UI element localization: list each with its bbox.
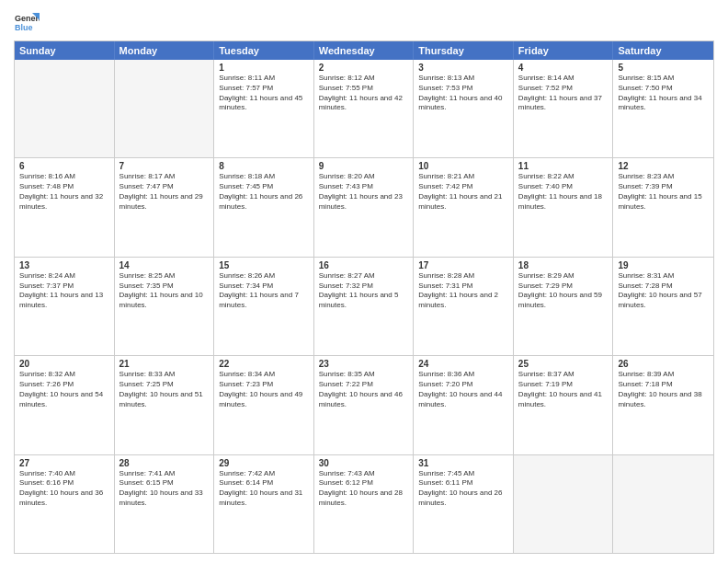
cal-cell: 31Sunrise: 7:45 AM Sunset: 6:11 PM Dayli…	[414, 455, 514, 553]
day-number: 24	[418, 359, 508, 369]
week-row-1: 6Sunrise: 8:16 AM Sunset: 7:48 PM Daylig…	[15, 157, 713, 256]
cal-cell: 3Sunrise: 8:13 AM Sunset: 7:53 PM Daylig…	[414, 60, 514, 157]
day-number: 13	[19, 260, 109, 270]
page: General Blue SundayMondayTuesdayWednesda…	[0, 0, 728, 563]
header-day-sunday: Sunday	[15, 41, 115, 60]
cal-cell	[514, 455, 614, 553]
header-day-friday: Friday	[514, 41, 614, 60]
cal-cell: 1Sunrise: 8:11 AM Sunset: 7:57 PM Daylig…	[214, 60, 314, 157]
cell-info: Sunrise: 8:26 AM Sunset: 7:34 PM Dayligh…	[219, 271, 309, 311]
cal-cell: 4Sunrise: 8:14 AM Sunset: 7:52 PM Daylig…	[514, 60, 614, 157]
day-number: 21	[119, 359, 210, 369]
day-number: 16	[319, 260, 409, 270]
week-row-0: 1Sunrise: 8:11 AM Sunset: 7:57 PM Daylig…	[15, 60, 713, 157]
cal-cell: 12Sunrise: 8:23 AM Sunset: 7:39 PM Dayli…	[613, 158, 713, 256]
cal-cell: 28Sunrise: 7:41 AM Sunset: 6:15 PM Dayli…	[115, 455, 215, 553]
day-number: 8	[219, 161, 309, 171]
header-day-thursday: Thursday	[414, 41, 514, 60]
day-number: 30	[319, 458, 409, 468]
cal-cell: 29Sunrise: 7:42 AM Sunset: 6:14 PM Dayli…	[214, 455, 314, 553]
cell-info: Sunrise: 8:31 AM Sunset: 7:28 PM Dayligh…	[618, 271, 709, 311]
cal-cell: 16Sunrise: 8:27 AM Sunset: 7:32 PM Dayli…	[314, 258, 415, 355]
cal-cell: 25Sunrise: 8:37 AM Sunset: 7:19 PM Dayli…	[514, 356, 614, 454]
cell-info: Sunrise: 8:14 AM Sunset: 7:52 PM Dayligh…	[518, 74, 609, 113]
day-number: 10	[418, 161, 508, 171]
cal-cell: 13Sunrise: 8:24 AM Sunset: 7:37 PM Dayli…	[15, 258, 115, 355]
cell-info: Sunrise: 8:36 AM Sunset: 7:20 PM Dayligh…	[418, 370, 508, 409]
logo: General Blue	[14, 9, 40, 35]
day-number: 18	[518, 260, 609, 270]
cal-cell: 27Sunrise: 7:40 AM Sunset: 6:16 PM Dayli…	[15, 455, 115, 553]
cal-cell: 18Sunrise: 8:29 AM Sunset: 7:29 PM Dayli…	[514, 258, 614, 355]
cell-info: Sunrise: 8:33 AM Sunset: 7:25 PM Dayligh…	[119, 370, 210, 409]
cell-info: Sunrise: 8:20 AM Sunset: 7:43 PM Dayligh…	[319, 172, 409, 212]
cell-info: Sunrise: 8:25 AM Sunset: 7:35 PM Dayligh…	[119, 271, 210, 311]
cal-cell: 5Sunrise: 8:15 AM Sunset: 7:50 PM Daylig…	[613, 60, 713, 157]
day-number: 1	[219, 63, 309, 73]
cell-info: Sunrise: 8:27 AM Sunset: 7:32 PM Dayligh…	[319, 271, 409, 311]
cal-cell: 6Sunrise: 8:16 AM Sunset: 7:48 PM Daylig…	[15, 158, 115, 256]
cell-info: Sunrise: 7:41 AM Sunset: 6:15 PM Dayligh…	[119, 469, 210, 509]
cal-cell: 19Sunrise: 8:31 AM Sunset: 7:28 PM Dayli…	[613, 258, 713, 355]
cell-info: Sunrise: 8:24 AM Sunset: 7:37 PM Dayligh…	[19, 271, 109, 311]
cell-info: Sunrise: 8:16 AM Sunset: 7:48 PM Dayligh…	[19, 172, 109, 212]
day-number: 29	[219, 458, 309, 468]
cell-info: Sunrise: 8:21 AM Sunset: 7:42 PM Dayligh…	[418, 172, 508, 212]
day-number: 7	[119, 161, 210, 171]
cal-cell: 23Sunrise: 8:35 AM Sunset: 7:22 PM Dayli…	[314, 356, 415, 454]
cal-cell	[115, 60, 215, 157]
cell-info: Sunrise: 8:29 AM Sunset: 7:29 PM Dayligh…	[518, 271, 609, 311]
cal-cell: 24Sunrise: 8:36 AM Sunset: 7:20 PM Dayli…	[414, 356, 514, 454]
cell-info: Sunrise: 8:13 AM Sunset: 7:53 PM Dayligh…	[418, 74, 508, 113]
calendar-body: 1Sunrise: 8:11 AM Sunset: 7:57 PM Daylig…	[15, 60, 713, 553]
cal-cell: 21Sunrise: 8:33 AM Sunset: 7:25 PM Dayli…	[115, 356, 215, 454]
logo-icon: General Blue	[14, 9, 40, 35]
day-number: 28	[119, 458, 210, 468]
cal-cell	[613, 455, 713, 553]
cell-info: Sunrise: 8:39 AM Sunset: 7:18 PM Dayligh…	[618, 370, 709, 409]
svg-text:Blue: Blue	[15, 23, 33, 32]
day-number: 25	[518, 359, 609, 369]
week-row-4: 27Sunrise: 7:40 AM Sunset: 6:16 PM Dayli…	[15, 454, 713, 553]
header-day-wednesday: Wednesday	[314, 41, 415, 60]
day-number: 2	[319, 63, 409, 73]
cal-cell: 14Sunrise: 8:25 AM Sunset: 7:35 PM Dayli…	[115, 258, 215, 355]
cal-cell: 2Sunrise: 8:12 AM Sunset: 7:55 PM Daylig…	[314, 60, 415, 157]
day-number: 3	[418, 63, 508, 73]
day-number: 15	[219, 260, 309, 270]
cell-info: Sunrise: 8:32 AM Sunset: 7:26 PM Dayligh…	[19, 370, 109, 409]
day-number: 4	[518, 63, 609, 73]
calendar-header: SundayMondayTuesdayWednesdayThursdayFrid…	[15, 41, 713, 60]
week-row-2: 13Sunrise: 8:24 AM Sunset: 7:37 PM Dayli…	[15, 257, 713, 355]
cell-info: Sunrise: 8:23 AM Sunset: 7:39 PM Dayligh…	[618, 172, 709, 212]
cal-cell: 20Sunrise: 8:32 AM Sunset: 7:26 PM Dayli…	[15, 356, 115, 454]
day-number: 26	[618, 359, 709, 369]
cell-info: Sunrise: 8:34 AM Sunset: 7:23 PM Dayligh…	[219, 370, 309, 409]
cell-info: Sunrise: 7:45 AM Sunset: 6:11 PM Dayligh…	[418, 469, 508, 509]
header-day-tuesday: Tuesday	[214, 41, 314, 60]
cell-info: Sunrise: 8:35 AM Sunset: 7:22 PM Dayligh…	[319, 370, 409, 409]
header: General Blue	[14, 9, 714, 35]
cal-cell: 7Sunrise: 8:17 AM Sunset: 7:47 PM Daylig…	[115, 158, 215, 256]
day-number: 9	[319, 161, 409, 171]
cal-cell: 15Sunrise: 8:26 AM Sunset: 7:34 PM Dayli…	[214, 258, 314, 355]
day-number: 23	[319, 359, 409, 369]
day-number: 31	[418, 458, 508, 468]
header-day-monday: Monday	[115, 41, 215, 60]
cell-info: Sunrise: 8:18 AM Sunset: 7:45 PM Dayligh…	[219, 172, 309, 212]
cal-cell: 17Sunrise: 8:28 AM Sunset: 7:31 PM Dayli…	[414, 258, 514, 355]
cell-info: Sunrise: 7:43 AM Sunset: 6:12 PM Dayligh…	[319, 469, 409, 509]
cell-info: Sunrise: 8:17 AM Sunset: 7:47 PM Dayligh…	[119, 172, 210, 212]
day-number: 19	[618, 260, 709, 270]
cell-info: Sunrise: 8:22 AM Sunset: 7:40 PM Dayligh…	[518, 172, 609, 212]
cell-info: Sunrise: 7:42 AM Sunset: 6:14 PM Dayligh…	[219, 469, 309, 509]
day-number: 20	[19, 359, 109, 369]
day-number: 12	[618, 161, 709, 171]
calendar: SundayMondayTuesdayWednesdayThursdayFrid…	[14, 40, 714, 554]
day-number: 27	[19, 458, 109, 468]
header-day-saturday: Saturday	[613, 41, 713, 60]
cell-info: Sunrise: 8:11 AM Sunset: 7:57 PM Dayligh…	[219, 74, 309, 113]
cal-cell: 9Sunrise: 8:20 AM Sunset: 7:43 PM Daylig…	[314, 158, 415, 256]
cell-info: Sunrise: 8:37 AM Sunset: 7:19 PM Dayligh…	[518, 370, 609, 409]
cell-info: Sunrise: 7:40 AM Sunset: 6:16 PM Dayligh…	[19, 469, 109, 509]
